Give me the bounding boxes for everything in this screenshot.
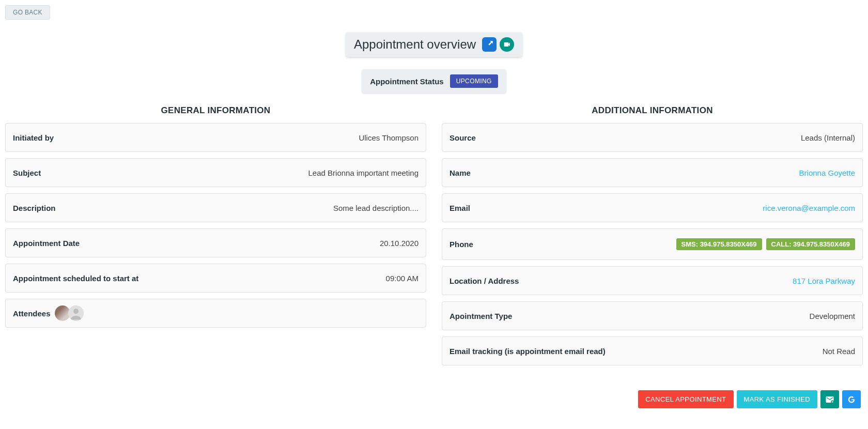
status-card: Appointment Status UPCOMING <box>362 69 506 93</box>
mark-as-finished-button[interactable]: MARK AS FINISHED <box>737 390 817 408</box>
status-badge: UPCOMING <box>450 74 498 88</box>
row-label: Apointment Type <box>450 312 512 320</box>
open-external-icon[interactable] <box>482 37 497 52</box>
google-icon <box>847 395 856 404</box>
row-value: Development <box>810 312 855 320</box>
row-phone: Phone SMS: 394.975.8350X469 CALL: 394.97… <box>442 228 863 260</box>
row-name: Name Brionna Goyette <box>442 158 863 187</box>
status-label: Appointment Status <box>370 77 444 86</box>
svg-point-1 <box>73 309 79 314</box>
row-label: Source <box>450 133 476 142</box>
row-start-time: Appointment scheduled to start at 09:00 … <box>5 264 426 293</box>
name-link[interactable]: Brionna Goyette <box>799 168 855 177</box>
row-label: Subject <box>13 168 41 177</box>
row-label: Email tracking (is appointment email rea… <box>450 347 606 356</box>
row-email: Email rice.verona@example.com <box>442 193 863 222</box>
row-label: Email <box>450 204 470 212</box>
google-button[interactable] <box>842 390 861 408</box>
row-description: Description Some lead description.... <box>5 193 426 222</box>
row-label: Name <box>450 168 471 177</box>
action-bar: CANCEL APPOINTMENT MARK AS FINISHED <box>5 390 863 408</box>
video-call-icon[interactable] <box>500 37 514 52</box>
row-label: Attendees <box>13 309 51 318</box>
mail-icon <box>825 395 834 404</box>
row-email-tracking: Email tracking (is appointment email rea… <box>442 336 863 365</box>
row-subject: Subject Lead Brionna important meeting <box>5 158 426 187</box>
row-label: Location / Address <box>450 277 519 285</box>
row-appointment-type: Apointment Type Development <box>442 301 863 330</box>
row-value: Not Read <box>823 347 855 356</box>
additional-information-column: ADDITIONAL INFORMATION Source Leads (Int… <box>442 105 863 372</box>
email-link[interactable]: rice.verona@example.com <box>763 204 855 212</box>
go-back-button[interactable]: GO BACK <box>5 5 50 20</box>
row-attendees: Attendees <box>5 299 426 328</box>
attendee-avatar-placeholder[interactable] <box>68 305 84 321</box>
row-label: Appointment Date <box>13 239 80 248</box>
row-label: Phone <box>450 240 473 249</box>
row-label: Appointment scheduled to start at <box>13 274 138 283</box>
general-heading: GENERAL INFORMATION <box>5 105 426 116</box>
row-label: Description <box>13 204 56 212</box>
row-value: 09:00 AM <box>386 274 419 283</box>
send-email-button[interactable] <box>820 390 839 408</box>
row-location: Location / Address 817 Lora Parkway <box>442 266 863 295</box>
cancel-appointment-button[interactable]: CANCEL APPOINTMENT <box>638 390 733 408</box>
additional-heading: ADDITIONAL INFORMATION <box>442 105 863 116</box>
sms-button[interactable]: SMS: 394.975.8350X469 <box>676 238 762 250</box>
row-value: Lead Brionna important meeting <box>308 168 419 177</box>
general-information-column: GENERAL INFORMATION Initiated by Ulices … <box>5 105 426 334</box>
row-label: Initiated by <box>13 133 54 142</box>
row-value: 20.10.2020 <box>380 239 419 248</box>
row-value: Ulices Thompson <box>359 133 419 142</box>
row-value: Some lead description.... <box>333 204 419 212</box>
call-button[interactable]: CALL: 394.975.8350X469 <box>766 238 855 250</box>
location-link[interactable]: 817 Lora Parkway <box>793 277 855 285</box>
row-value: Leads (Internal) <box>801 133 855 142</box>
row-initiated-by: Initiated by Ulices Thompson <box>5 123 426 152</box>
page-title: Appointment overview <box>354 37 476 52</box>
title-card: Appointment overview <box>346 32 522 57</box>
row-source: Source Leads (Internal) <box>442 123 863 152</box>
row-appointment-date: Appointment Date 20.10.2020 <box>5 228 426 257</box>
